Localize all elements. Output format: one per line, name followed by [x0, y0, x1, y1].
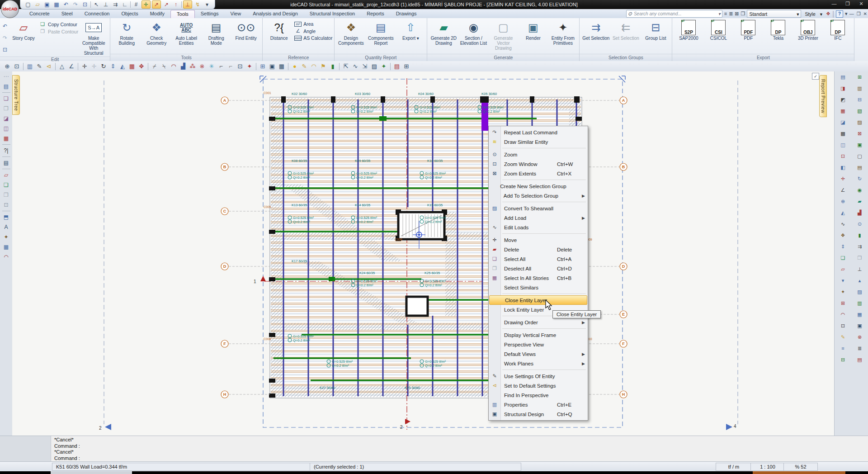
zoom-window-icon[interactable]: ⊡ — [12, 62, 21, 71]
auto-label-icon[interactable]: A — [2, 223, 11, 231]
polar-tracking-icon[interactable]: ↑ — [172, 1, 180, 8]
structure-tree-tab[interactable]: Structure Tree — [12, 75, 20, 115]
right-toolbar-icon[interactable]: ◩ — [839, 96, 847, 103]
sketch-icon[interactable]: ⇲ — [360, 62, 369, 71]
style-dropdown[interactable]: Style▾ — [803, 10, 824, 17]
flag-icon[interactable]: ⚑ — [319, 62, 328, 71]
right-toolbar-icon[interactable]: ▤ — [839, 73, 847, 81]
rotate-icon[interactable]: ↻ — [99, 62, 108, 71]
menu-item-delete[interactable]: ▰DeleteDelete — [489, 245, 588, 254]
idecad-logo[interactable]: ideCAD — [1, 0, 19, 18]
quick-command-icon[interactable]: ↯ — [193, 1, 202, 8]
menu-item-create-new-selection-group[interactable]: Create New Selection Group — [489, 181, 588, 191]
select-move-icon[interactable]: ◫ — [2, 124, 11, 133]
edit-undo-box-icon[interactable]: ⊡ — [3, 47, 7, 53]
right-toolbar-icon[interactable]: ⊟ — [839, 356, 847, 363]
story-copy-button[interactable]: ▱Story Copy — [9, 19, 38, 57]
angle-measure-icon[interactable]: ∠ — [67, 62, 76, 71]
compass-icon[interactable]: △ — [57, 62, 66, 71]
menu-item-select-in-all-stories[interactable]: ▦Select In All StoriesCtrl+B — [489, 273, 588, 283]
grid-snap-icon[interactable]: # — [132, 1, 140, 8]
right-toolbar-icon[interactable]: ◪ — [839, 118, 847, 126]
report-preview-tab[interactable]: Report Preview — [819, 75, 827, 117]
right-toolbar-icon[interactable]: ▨ — [856, 118, 864, 126]
right-toolbar-icon[interactable]: ✎ — [839, 333, 847, 341]
layer-green-icon[interactable]: ▮ — [328, 62, 337, 71]
as-calculator-button[interactable]: mm²AS Calculator — [294, 35, 332, 41]
right-toolbar-icon[interactable]: ⇕ — [839, 243, 847, 250]
get-selection-button[interactable]: ⇉Get Selection — [581, 19, 610, 54]
selection-set-combo[interactable]: Standart▾ — [747, 10, 801, 18]
osnap-icon[interactable]: ✛ — [142, 0, 151, 9]
tab-settings[interactable]: Settings — [195, 10, 225, 18]
menu-item-add-to-selection-group[interactable]: Add To Selection Group▶ — [489, 191, 588, 200]
grid-icon[interactable]: ▦ — [277, 62, 286, 71]
rotate-building-button[interactable]: ↻Rotate Building — [112, 19, 141, 54]
right-toolbar-icon[interactable]: ▣ — [856, 322, 864, 329]
zoom-dynamic-icon[interactable]: ⊕ — [3, 62, 12, 71]
undo-history-icon[interactable]: ⊡ — [81, 1, 89, 8]
snap-perpendicular-icon[interactable]: ⊥ — [102, 1, 110, 8]
menu-item-select-all[interactable]: ❏Select AllCtrl+A — [489, 254, 588, 264]
snap-cross-icon[interactable]: ✳ — [207, 62, 216, 71]
measure-ruler-icon[interactable]: ▥ — [25, 62, 34, 71]
mdi-restore-button[interactable]: ❐ — [857, 11, 861, 16]
move-icon[interactable]: ✛ — [80, 62, 89, 71]
menu-item-deselect-all[interactable]: ❐Deselect AllCtrl+D — [489, 264, 588, 273]
divide-icon[interactable]: ※ — [198, 62, 207, 71]
right-toolbar-icon[interactable]: ⊡ — [839, 322, 847, 329]
copy-contour-button[interactable]: ❏Copy Contour — [39, 21, 78, 27]
select-add-icon[interactable]: ❏ — [2, 95, 11, 103]
scale-icon[interactable]: ✥ — [137, 62, 146, 71]
menu-item-add-load[interactable]: Add Load▶ — [489, 213, 588, 223]
report-icon[interactable]: ▤ — [2, 159, 11, 167]
right-toolbar-icon[interactable]: ▟ — [856, 209, 864, 216]
save-icon[interactable]: ▣ — [43, 1, 51, 8]
move-copy-icon[interactable]: ✛ — [90, 62, 99, 71]
tab-view[interactable]: View — [225, 10, 247, 18]
trim-icon[interactable]: ⌿ — [150, 62, 159, 71]
right-toolbar-icon[interactable]: ◉ — [856, 186, 864, 194]
drafting-mode-button[interactable]: ▤Drafting Mode — [202, 19, 231, 54]
components-report-button[interactable]: ▤Components Report — [366, 19, 395, 54]
menu-item-convert-to-shearwall[interactable]: ▨Convert To Shearwall — [489, 204, 588, 213]
help-button[interactable]: ? — [836, 10, 843, 18]
status-zoom-level[interactable]: % 52 — [783, 463, 818, 471]
right-toolbar-icon[interactable]: ▣ — [856, 141, 864, 148]
drag-handle[interactable]: ⋯ — [2, 72, 11, 81]
menu-item-work-planes[interactable]: Work Planes▶ — [489, 359, 588, 368]
export-pdf-button[interactable]: PDFPDF — [734, 19, 763, 54]
right-toolbar-icon[interactable]: ◠ — [839, 311, 847, 318]
polyline-icon[interactable]: ⇱ — [341, 62, 350, 71]
status-unit[interactable]: tf / m — [716, 463, 752, 471]
status-scale[interactable]: 1 : 100 — [750, 463, 785, 471]
qat-dropdown-icon[interactable]: ▾ — [203, 1, 211, 8]
export-quantity-button[interactable]: ⇧Export ▾ — [396, 19, 425, 54]
generate-2d-drawing-button[interactable]: ▰Generate 2D Drawing — [429, 19, 458, 54]
tree-list-icon[interactable]: ▤ — [2, 82, 11, 90]
mirror-vertical-icon[interactable]: ⇕ — [108, 62, 118, 71]
distance-button[interactable]: ?{Distance — [264, 19, 293, 54]
paste-icon[interactable]: ❐ — [2, 191, 11, 199]
pencil-icon[interactable]: ✎ — [300, 62, 309, 71]
measure-icon[interactable]: ?| — [2, 147, 11, 155]
menu-item-zoom-window[interactable]: ⊡Zoom WindowCtrl+W — [489, 159, 588, 169]
entity-from-primitives-button[interactable]: ✦Entity From Primitives — [548, 19, 577, 54]
window-layout-icon[interactable]: ❐ — [741, 11, 745, 17]
export-csicol-button[interactable]: CSICSICOL — [704, 19, 733, 54]
right-toolbar-icon[interactable]: ▢ — [856, 152, 864, 160]
corner-icon[interactable]: ⌐ — [217, 62, 226, 71]
right-toolbar-icon[interactable]: ⊠ — [856, 130, 864, 137]
spline-icon[interactable]: ∿ — [351, 62, 360, 71]
menu-item-close-entity-layer[interactable]: Close Entity Layer — [489, 295, 587, 305]
tab-drawings[interactable]: Drawings — [390, 10, 423, 18]
hatch-icon[interactable]: ▨ — [370, 62, 379, 71]
right-toolbar-icon[interactable]: ▤ — [856, 164, 864, 171]
match-properties-icon[interactable]: ✎ — [35, 62, 44, 71]
right-toolbar-icon[interactable]: ◭ — [839, 209, 847, 216]
report-red-icon[interactable]: ▤ — [392, 62, 401, 71]
extend-icon[interactable]: ⍀ — [160, 62, 169, 71]
right-toolbar-icon[interactable]: ◫ — [839, 141, 847, 148]
right-toolbar-icon[interactable]: ⊥ — [856, 265, 864, 273]
menu-item-structural-design[interactable]: ▣Structural DesignCtrl+Q — [489, 409, 588, 419]
